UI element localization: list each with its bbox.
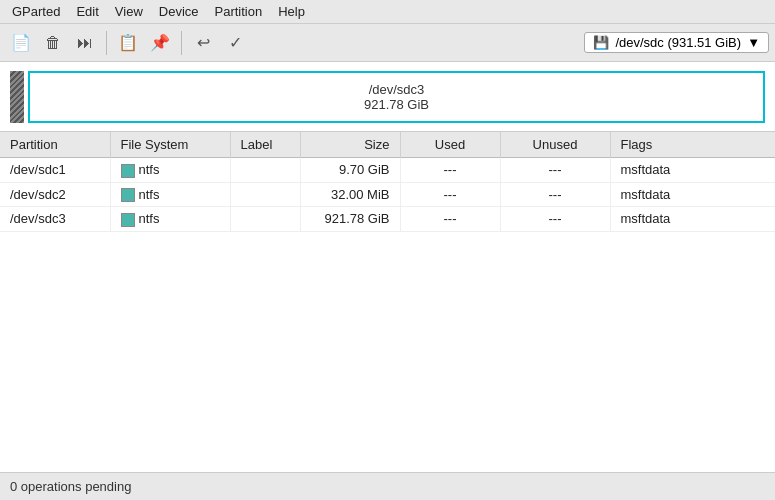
partition-block-size: 921.78 GiB bbox=[364, 97, 429, 112]
device-label: /dev/sdc (931.51 GiB) bbox=[615, 35, 741, 50]
col-header-partition: Partition bbox=[0, 132, 110, 158]
partition-table: Partition File System Label Size Used Un… bbox=[0, 132, 775, 232]
cell-size: 921.78 GiB bbox=[300, 207, 400, 232]
resize-button[interactable]: ⏭ bbox=[70, 29, 100, 57]
device-selector[interactable]: 💾 /dev/sdc (931.51 GiB) ▼ bbox=[584, 32, 769, 53]
table-row[interactable]: /dev/sdc2ntfs32.00 MiB------msftdata bbox=[0, 182, 775, 207]
cell-partition: /dev/sdc2 bbox=[0, 182, 110, 207]
cell-unused: --- bbox=[500, 182, 610, 207]
cell-label bbox=[230, 182, 300, 207]
menu-gparted[interactable]: GParted bbox=[4, 2, 68, 21]
device-icon: 💾 bbox=[593, 35, 609, 50]
cell-unused: --- bbox=[500, 207, 610, 232]
chevron-down-icon: ▼ bbox=[747, 35, 760, 50]
status-text: 0 operations pending bbox=[10, 479, 131, 494]
statusbar: 0 operations pending bbox=[0, 472, 775, 500]
paste-button[interactable]: 📌 bbox=[145, 29, 175, 57]
cell-filesystem: ntfs bbox=[110, 207, 230, 232]
table-header-row: Partition File System Label Size Used Un… bbox=[0, 132, 775, 158]
cell-partition: /dev/sdc1 bbox=[0, 158, 110, 183]
fs-color-indicator bbox=[121, 213, 135, 227]
menu-help[interactable]: Help bbox=[270, 2, 313, 21]
toolbar: 📄 🗑 ⏭ 📋 📌 ↩ ✓ 💾 /dev/sdc (931.51 GiB) ▼ bbox=[0, 24, 775, 62]
col-header-used: Used bbox=[400, 132, 500, 158]
cell-flags: msftdata bbox=[610, 207, 775, 232]
copy-button[interactable]: 📋 bbox=[113, 29, 143, 57]
cell-used: --- bbox=[400, 158, 500, 183]
cell-filesystem: ntfs bbox=[110, 158, 230, 183]
undo-button[interactable]: ↩ bbox=[188, 29, 218, 57]
toolbar-separator-1 bbox=[106, 31, 107, 55]
menu-partition[interactable]: Partition bbox=[207, 2, 271, 21]
table-row[interactable]: /dev/sdc1ntfs9.70 GiB------msftdata bbox=[0, 158, 775, 183]
partition-block-name: /dev/sdc3 bbox=[369, 82, 425, 97]
fs-color-indicator bbox=[121, 188, 135, 202]
cell-partition: /dev/sdc3 bbox=[0, 207, 110, 232]
partition-bar: /dev/sdc3 921.78 GiB bbox=[0, 62, 775, 132]
apply-button[interactable]: ✓ bbox=[220, 29, 250, 57]
fs-color-indicator bbox=[121, 164, 135, 178]
cell-flags: msftdata bbox=[610, 158, 775, 183]
col-header-filesystem: File System bbox=[110, 132, 230, 158]
cell-size: 9.70 GiB bbox=[300, 158, 400, 183]
delete-button[interactable]: 🗑 bbox=[38, 29, 68, 57]
col-header-flags: Flags bbox=[610, 132, 775, 158]
unallocated-stripe bbox=[10, 71, 24, 123]
menu-edit[interactable]: Edit bbox=[68, 2, 106, 21]
cell-label bbox=[230, 158, 300, 183]
new-button[interactable]: 📄 bbox=[6, 29, 36, 57]
menu-device[interactable]: Device bbox=[151, 2, 207, 21]
cell-flags: msftdata bbox=[610, 182, 775, 207]
menu-view[interactable]: View bbox=[107, 2, 151, 21]
col-header-unused: Unused bbox=[500, 132, 610, 158]
cell-used: --- bbox=[400, 207, 500, 232]
menubar: GParted Edit View Device Partition Help bbox=[0, 0, 775, 24]
toolbar-separator-2 bbox=[181, 31, 182, 55]
col-header-label: Label bbox=[230, 132, 300, 158]
cell-label bbox=[230, 207, 300, 232]
partition-block-sdc3[interactable]: /dev/sdc3 921.78 GiB bbox=[28, 71, 765, 123]
table-row[interactable]: /dev/sdc3ntfs921.78 GiB------msftdata bbox=[0, 207, 775, 232]
cell-filesystem: ntfs bbox=[110, 182, 230, 207]
cell-used: --- bbox=[400, 182, 500, 207]
cell-unused: --- bbox=[500, 158, 610, 183]
col-header-size: Size bbox=[300, 132, 400, 158]
partition-table-container: Partition File System Label Size Used Un… bbox=[0, 132, 775, 472]
cell-size: 32.00 MiB bbox=[300, 182, 400, 207]
